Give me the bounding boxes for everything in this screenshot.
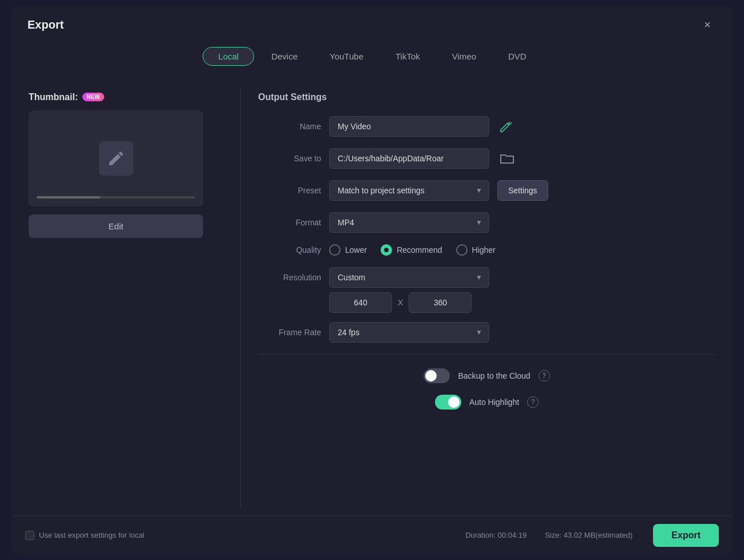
quality-higher-option[interactable]: Higher xyxy=(456,244,496,256)
name-input[interactable] xyxy=(329,116,489,137)
frame-rate-row: Frame Rate 24 fps ▼ xyxy=(258,322,715,343)
quality-label: Quality xyxy=(258,245,321,255)
svg-text:AI: AI xyxy=(508,121,512,125)
name-label: Name xyxy=(258,122,321,131)
quality-higher-radio[interactable] xyxy=(456,244,468,256)
ai-icon[interactable]: AI xyxy=(497,118,513,134)
format-row: Format MP4 ▼ xyxy=(258,212,715,233)
preset-label: Preset xyxy=(258,186,321,195)
quality-lower-label: Lower xyxy=(345,245,367,255)
settings-button[interactable]: Settings xyxy=(497,180,548,201)
last-export-checkbox[interactable] xyxy=(25,531,34,540)
output-settings-title: Output Settings xyxy=(258,92,715,102)
quality-recommend-label: Recommend xyxy=(397,245,442,255)
new-badge: NEW xyxy=(82,93,104,101)
preset-row: Preset Match to project settings ▼ Setti… xyxy=(258,180,715,201)
duration-label: Duration: 00:04:19 xyxy=(465,531,527,539)
resolution-height-input[interactable] xyxy=(409,292,472,313)
settings-divider xyxy=(258,354,715,355)
resolution-x-separator: X xyxy=(398,298,403,307)
backup-cloud-toggle[interactable] xyxy=(424,368,450,383)
save-to-input[interactable] xyxy=(329,148,489,169)
auto-highlight-help-icon[interactable]: ? xyxy=(527,396,539,408)
close-button[interactable]: × xyxy=(698,16,717,34)
resolution-select-wrap: Custom ▼ xyxy=(329,267,489,288)
thumbnail-progress-fill xyxy=(37,196,100,198)
format-label: Format xyxy=(258,218,321,227)
format-select[interactable]: MP4 xyxy=(329,212,489,233)
thumbnail-icon xyxy=(99,141,133,176)
backup-cloud-help-icon[interactable]: ? xyxy=(539,370,550,382)
quality-row: Quality Lower Recommend Higher xyxy=(258,244,715,256)
quality-recommend-radio[interactable] xyxy=(381,244,392,256)
auto-highlight-toggle[interactable] xyxy=(435,395,461,410)
tab-dvd[interactable]: DVD xyxy=(493,47,541,65)
quality-lower-option[interactable]: Lower xyxy=(329,244,367,256)
quality-options: Lower Recommend Higher xyxy=(329,244,496,256)
quality-higher-label: Higher xyxy=(472,245,496,255)
main-content: Thumbnail: NEW Edit Output Settings Name xyxy=(11,75,733,515)
save-to-label: Save to xyxy=(258,154,321,163)
tab-tiktok[interactable]: TikTok xyxy=(381,47,435,65)
auto-highlight-toggle-knob xyxy=(448,396,460,408)
format-select-wrap: MP4 ▼ xyxy=(329,212,489,233)
auto-highlight-label: Auto Highlight xyxy=(469,398,519,407)
frame-rate-select[interactable]: 24 fps xyxy=(329,322,489,343)
backup-cloud-label: Backup to the Cloud xyxy=(458,371,530,380)
frame-rate-select-wrap: 24 fps ▼ xyxy=(329,322,489,343)
title-bar: Export × xyxy=(11,6,733,42)
quality-lower-radio[interactable] xyxy=(329,244,341,256)
backup-cloud-row: Backup to the Cloud ? xyxy=(258,368,715,383)
last-export-wrap: Use last export settings for local xyxy=(25,531,456,540)
tab-vimeo[interactable]: Vimeo xyxy=(437,47,491,65)
last-export-label: Use last export settings for local xyxy=(39,531,144,539)
export-button[interactable]: Export xyxy=(653,524,719,547)
tab-local[interactable]: Local xyxy=(203,47,254,66)
preset-select-wrap: Match to project settings ▼ xyxy=(329,180,489,201)
resolution-row: Resolution Custom ▼ xyxy=(258,267,715,288)
tab-bar: Local Device YouTube TikTok Vimeo DVD xyxy=(11,42,733,75)
folder-icon[interactable] xyxy=(500,152,515,165)
dialog-title: Export xyxy=(27,18,64,31)
quality-recommend-option[interactable]: Recommend xyxy=(381,244,442,256)
resolution-width-input[interactable] xyxy=(329,292,392,313)
resolution-select[interactable]: Custom xyxy=(329,267,489,288)
size-label: Size: 43.02 MB(estimated) xyxy=(545,531,632,539)
right-panel: Output Settings Name AI Save to xyxy=(241,81,721,515)
tab-device[interactable]: Device xyxy=(256,47,312,65)
footer: Use last export settings for local Durat… xyxy=(11,515,733,555)
name-row: Name AI xyxy=(258,116,715,137)
save-to-row: Save to xyxy=(258,148,715,169)
thumbnail-label-text: Thumbnail: xyxy=(29,92,78,102)
left-panel: Thumbnail: NEW Edit xyxy=(23,81,240,515)
footer-meta: Duration: 00:04:19 Size: 43.02 MB(estima… xyxy=(465,531,632,539)
pencil-icon xyxy=(107,149,125,168)
thumbnail-preview xyxy=(29,110,203,206)
preset-select[interactable]: Match to project settings xyxy=(329,180,489,201)
resolution-label: Resolution xyxy=(258,273,321,282)
thumbnail-section-header: Thumbnail: NEW xyxy=(29,92,229,102)
tab-youtube[interactable]: YouTube xyxy=(315,47,378,65)
edit-thumbnail-button[interactable]: Edit xyxy=(29,215,203,238)
frame-rate-label: Frame Rate xyxy=(258,328,321,337)
resolution-dimensions-row: X xyxy=(329,292,715,313)
thumbnail-progress-bar xyxy=(37,196,195,198)
auto-highlight-row: Auto Highlight ? xyxy=(258,395,715,410)
ai-pencil-icon: AI xyxy=(497,118,513,134)
backup-cloud-toggle-knob xyxy=(425,370,437,382)
folder-open-icon xyxy=(500,152,515,165)
export-dialog: Export × Local Device YouTube TikTok Vim… xyxy=(11,6,733,555)
